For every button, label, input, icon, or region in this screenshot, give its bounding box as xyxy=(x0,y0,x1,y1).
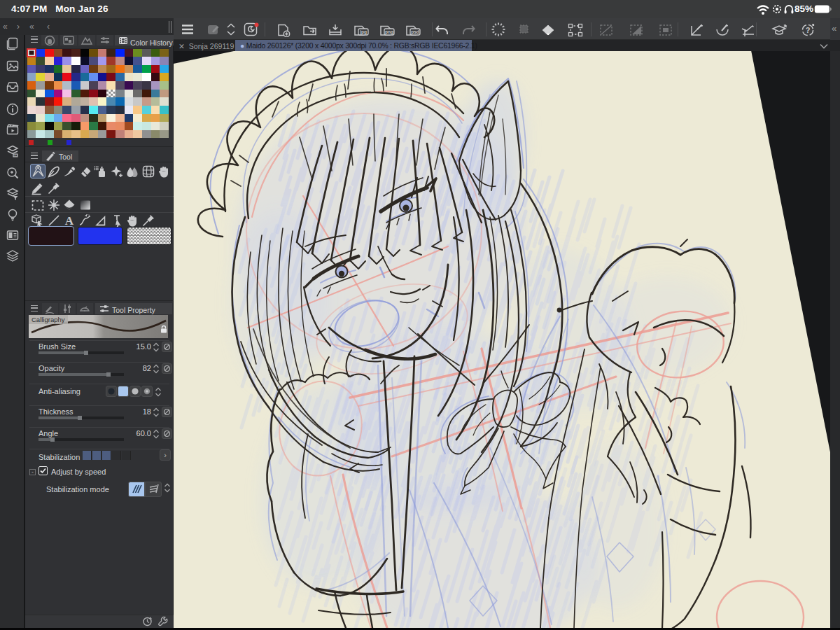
svg-text:3D: 3D xyxy=(13,154,18,158)
svg-text:?: ? xyxy=(806,26,811,34)
svg-text:jpg: jpg xyxy=(359,29,367,35)
svg-text:png: png xyxy=(385,29,393,35)
svg-text:psd: psd xyxy=(411,29,419,35)
